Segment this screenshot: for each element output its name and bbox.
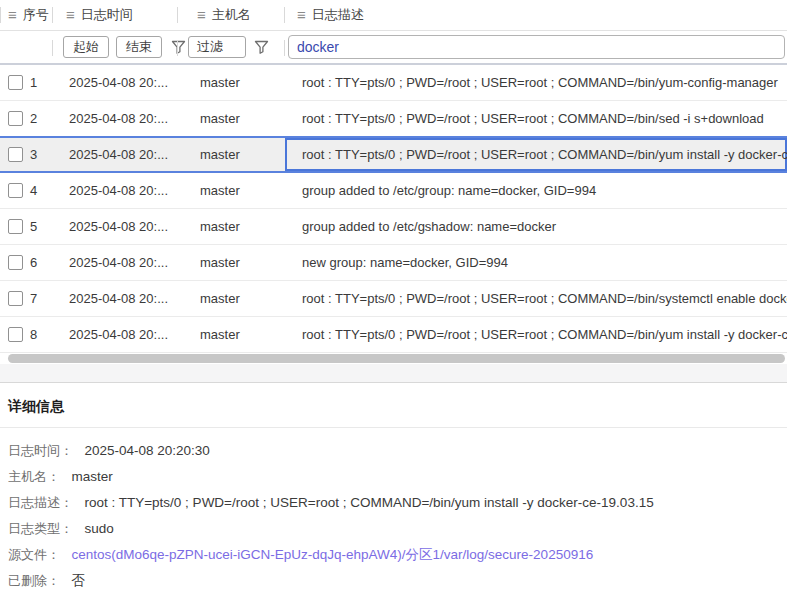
row-description[interactable]: root : TTY=pts/0 ; PWD=/root ; USER=root… xyxy=(285,65,787,100)
row-number: 5 xyxy=(30,219,37,234)
host-filter-funnel-icon[interactable] xyxy=(252,38,271,57)
row-num-cell: 5 xyxy=(0,209,53,244)
source-file-link[interactable]: centos(dMo6qe-pZPN-ucei-iGCN-EpUz-dqJq-e… xyxy=(71,547,593,562)
details-field-label: 已删除： xyxy=(8,573,60,588)
details-field: 主机名： master xyxy=(8,463,787,489)
log-table-body: 1 2025-04-08 20:... master root : TTY=pt… xyxy=(0,65,787,353)
column-header-label: 日志描述 xyxy=(312,6,364,24)
row-hostname: master xyxy=(178,317,285,352)
row-checkbox[interactable] xyxy=(8,147,23,162)
row-time: 2025-04-08 20:... xyxy=(53,173,178,208)
table-row[interactable]: 5 2025-04-08 20:... master group added t… xyxy=(0,209,787,245)
row-description[interactable]: group added to /etc/group: name=docker, … xyxy=(285,173,787,208)
details-field-label: 日志时间： xyxy=(8,443,73,458)
column-header-time[interactable]: ≡ 日志时间 xyxy=(53,0,178,30)
row-hostname: master xyxy=(178,101,285,136)
details-title: 详细信息 xyxy=(8,393,787,427)
details-field-value: master xyxy=(71,469,112,484)
column-header-desc[interactable]: ≡ 日志描述 xyxy=(285,0,787,30)
horizontal-scrollbar xyxy=(0,353,787,364)
host-filter-button[interactable]: 过滤 xyxy=(188,36,246,58)
row-hostname: master xyxy=(178,281,285,316)
row-num-cell: 7 xyxy=(0,281,53,316)
row-time: 2025-04-08 20:... xyxy=(53,65,178,100)
row-time: 2025-04-08 20:... xyxy=(53,101,178,136)
menu-icon: ≡ xyxy=(297,7,306,22)
details-field-value: root : TTY=pts/0 ; PWD=/root ; USER=root… xyxy=(84,495,653,510)
filter-cell-host: 过滤 xyxy=(178,31,285,63)
row-number: 1 xyxy=(30,75,37,90)
details-field: 日志类型： sudo xyxy=(8,515,787,541)
panel-separator xyxy=(0,364,787,383)
description-search-input[interactable] xyxy=(288,35,785,59)
row-description[interactable]: group added to /etc/gshadow: name=docker xyxy=(285,209,787,244)
table-row[interactable]: 7 2025-04-08 20:... master root : TTY=pt… xyxy=(0,281,787,317)
row-time: 2025-04-08 20:... xyxy=(53,317,178,352)
details-field: 日志时间： 2025-04-08 20:20:30 xyxy=(8,437,787,463)
row-time: 2025-04-08 20:... xyxy=(53,209,178,244)
row-number: 8 xyxy=(30,327,37,342)
filter-bar: 起始 结束 过滤 xyxy=(0,31,787,65)
row-num-cell: 8 xyxy=(0,317,53,352)
details-field: 日志描述： root : TTY=pts/0 ; PWD=/root ; USE… xyxy=(8,489,787,515)
row-hostname: master xyxy=(178,245,285,280)
row-description[interactable]: new group: name=docker, GID=994 xyxy=(285,245,787,280)
column-header-num[interactable]: ≡ 序号 xyxy=(0,0,53,30)
start-time-button[interactable]: 起始 xyxy=(63,36,109,58)
row-checkbox[interactable] xyxy=(8,111,23,126)
menu-icon: ≡ xyxy=(66,7,75,22)
details-field-label: 主机名： xyxy=(8,469,60,484)
row-description[interactable]: root : TTY=pts/0 ; PWD=/root ; USER=root… xyxy=(285,281,787,316)
row-num-cell: 4 xyxy=(0,173,53,208)
table-row[interactable]: 1 2025-04-08 20:... master root : TTY=pt… xyxy=(0,65,787,101)
row-hostname: master xyxy=(178,173,285,208)
column-header-host[interactable]: ≡ 主机名 xyxy=(178,0,285,30)
horizontal-scrollbar-thumb[interactable] xyxy=(8,354,785,363)
end-time-button[interactable]: 结束 xyxy=(116,36,162,58)
row-hostname: master xyxy=(178,209,285,244)
table-row[interactable]: 6 2025-04-08 20:... master new group: na… xyxy=(0,245,787,281)
details-field-label: 日志描述： xyxy=(8,495,73,510)
row-number: 7 xyxy=(30,291,37,306)
column-header-label: 主机名 xyxy=(212,6,251,24)
row-checkbox[interactable] xyxy=(8,183,23,198)
row-number: 2 xyxy=(30,111,37,126)
row-description[interactable]: root : TTY=pts/0 ; PWD=/root ; USER=root… xyxy=(285,317,787,352)
row-num-cell: 2 xyxy=(0,101,53,136)
row-checkbox[interactable] xyxy=(8,255,23,270)
row-checkbox[interactable] xyxy=(8,75,23,90)
table-row[interactable]: 2 2025-04-08 20:... master root : TTY=pt… xyxy=(0,101,787,137)
details-field-value: sudo xyxy=(84,521,113,536)
row-num-cell: 6 xyxy=(0,245,53,280)
details-fields: 日志时间： 2025-04-08 20:20:30 主机名： master 日志… xyxy=(8,428,787,591)
row-checkbox[interactable] xyxy=(8,219,23,234)
table-header: ≡ 序号 ≡ 日志时间 ≡ 主机名 ≡ 日志描述 xyxy=(0,0,787,31)
row-hostname: master xyxy=(178,65,285,100)
details-field-label: 日志类型： xyxy=(8,521,73,536)
column-header-label: 日志时间 xyxy=(81,6,133,24)
filter-cell-desc xyxy=(285,31,787,63)
filter-cell-empty xyxy=(0,31,53,63)
row-time: 2025-04-08 20:... xyxy=(53,281,178,316)
table-row[interactable]: 8 2025-04-08 20:... master root : TTY=pt… xyxy=(0,317,787,353)
table-row[interactable]: 4 2025-04-08 20:... master group added t… xyxy=(0,173,787,209)
row-number: 6 xyxy=(30,255,37,270)
menu-icon: ≡ xyxy=(8,7,17,22)
row-description[interactable]: root : TTY=pts/0 ; PWD=/root ; USER=root… xyxy=(285,101,787,136)
details-panel: 详细信息 日志时间： 2025-04-08 20:20:30 主机名： mast… xyxy=(0,383,787,591)
row-description[interactable]: root : TTY=pts/0 ; PWD=/root ; USER=root… xyxy=(285,138,787,171)
details-field-value: 否 xyxy=(71,573,85,588)
table-row[interactable]: 3 2025-04-08 20:... master root : TTY=pt… xyxy=(0,136,787,173)
row-num-cell: 3 xyxy=(0,138,53,171)
row-hostname: master xyxy=(178,138,285,171)
details-field: 已删除： 否 xyxy=(8,567,787,591)
details-field-value: 2025-04-08 20:20:30 xyxy=(84,443,209,458)
filter-cell-time: 起始 结束 xyxy=(53,31,178,63)
row-num-cell: 1 xyxy=(0,65,53,100)
menu-icon: ≡ xyxy=(197,7,206,22)
row-checkbox[interactable] xyxy=(8,327,23,342)
row-time: 2025-04-08 20:... xyxy=(53,245,178,280)
column-header-label: 序号 xyxy=(23,6,49,24)
row-checkbox[interactable] xyxy=(8,291,23,306)
row-number: 3 xyxy=(30,147,37,162)
